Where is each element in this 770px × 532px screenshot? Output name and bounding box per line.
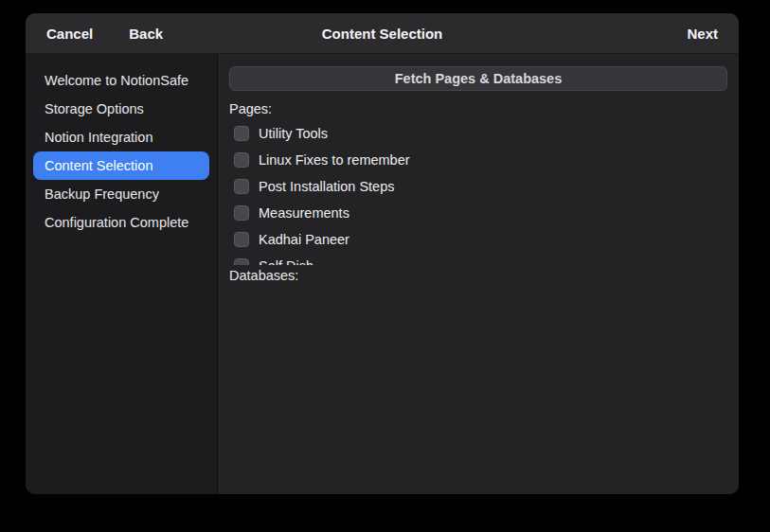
page-row[interactable]: Measurements — [229, 200, 727, 226]
sidebar-item-label: Storage Options — [45, 101, 144, 116]
sidebar-item-notion-integration[interactable]: Notion Integration — [33, 123, 209, 151]
page-row[interactable]: Self Dish — [229, 253, 727, 265]
app-window: Cancel Back Content Selection Next Welco… — [26, 13, 739, 494]
page-row-label: Self Dish — [259, 258, 313, 265]
page-row[interactable]: Utility Tools — [229, 120, 727, 147]
pages-list[interactable]: Utility Tools Linux Fixes to remember Po… — [229, 120, 727, 265]
page-row-label: Kadhai Paneer — [259, 232, 349, 247]
sidebar-item-label: Content Selection — [45, 158, 152, 173]
checkbox-unchecked-icon[interactable] — [234, 258, 249, 265]
sidebar-item-label: Configuration Complete — [45, 215, 188, 230]
checkbox-unchecked-icon[interactable] — [234, 179, 249, 194]
page-row[interactable]: Kadhai Paneer — [229, 226, 727, 253]
sidebar-item-label: Welcome to NotionSafe — [45, 73, 188, 88]
checkbox-unchecked-icon[interactable] — [234, 232, 249, 247]
pages-label: Pages: — [229, 100, 727, 117]
page-row-label: Utility Tools — [259, 126, 328, 141]
sidebar-item-storage-options[interactable]: Storage Options — [33, 95, 209, 123]
sidebar: Welcome to NotionSafe Storage Options No… — [26, 54, 218, 494]
next-button[interactable]: Next — [687, 13, 718, 54]
page-row-label: Post Installation Steps — [259, 179, 394, 194]
page-row[interactable]: Linux Fixes to remember — [229, 147, 727, 173]
checkbox-unchecked-icon[interactable] — [234, 205, 249, 221]
databases-list[interactable] — [229, 284, 727, 454]
page-row[interactable]: Post Installation Steps — [229, 173, 727, 200]
databases-label: Databases: — [229, 267, 727, 284]
titlebar: Cancel Back Content Selection Next — [26, 13, 739, 54]
checkbox-unchecked-icon[interactable] — [234, 126, 249, 141]
cancel-button[interactable]: Cancel — [46, 13, 93, 54]
sidebar-item-label: Notion Integration — [45, 130, 152, 145]
back-button[interactable]: Back — [129, 13, 163, 54]
checkbox-unchecked-icon[interactable] — [234, 152, 249, 168]
sidebar-item-configuration-complete[interactable]: Configuration Complete — [33, 208, 209, 237]
sidebar-item-label: Backup Frequency — [45, 186, 159, 202]
fetch-pages-databases-button[interactable]: Fetch Pages & Databases — [229, 66, 727, 91]
page-row-label: Measurements — [259, 205, 349, 221]
sidebar-item-content-selection[interactable]: Content Selection — [33, 151, 209, 180]
sidebar-item-welcome-to-notionsafe[interactable]: Welcome to NotionSafe — [33, 66, 209, 95]
content-pane: Fetch Pages & Databases Pages: Utility T… — [218, 54, 739, 494]
window-body: Welcome to NotionSafe Storage Options No… — [26, 54, 739, 494]
page-row-label: Linux Fixes to remember — [259, 152, 410, 168]
sidebar-item-backup-frequency[interactable]: Backup Frequency — [33, 180, 209, 208]
